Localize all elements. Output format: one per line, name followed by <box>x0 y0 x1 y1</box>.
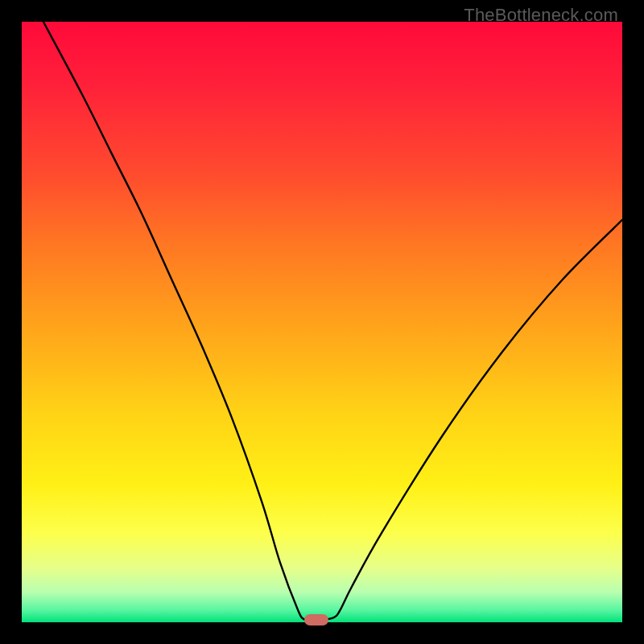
optimal-marker <box>304 614 328 625</box>
bottleneck-curve-path <box>43 22 622 620</box>
plot-area <box>22 22 622 622</box>
curve-svg <box>22 22 622 622</box>
watermark-text: TheBottleneck.com <box>464 5 618 26</box>
chart-frame: TheBottleneck.com <box>0 0 644 644</box>
